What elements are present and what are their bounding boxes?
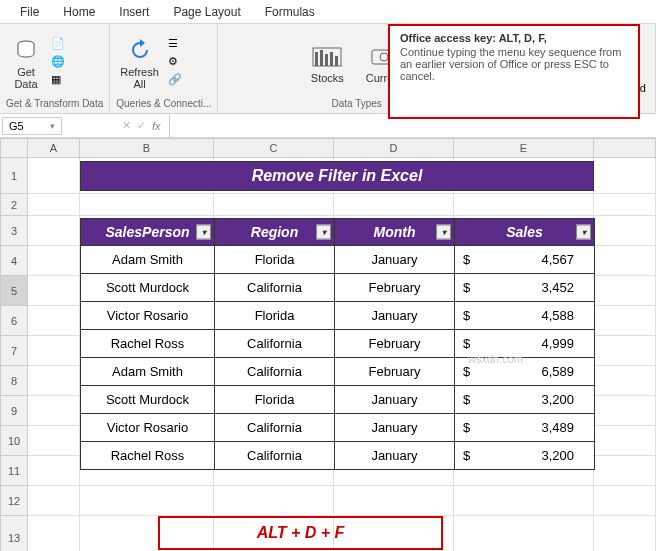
get-data-button[interactable]: Get Data <box>6 32 46 92</box>
table-cell[interactable]: $3,452 <box>455 274 595 302</box>
row-header[interactable]: 9 <box>0 396 28 426</box>
cell[interactable] <box>28 336 80 366</box>
row-header[interactable]: 3 <box>0 216 28 246</box>
row-header[interactable]: 8 <box>0 366 28 396</box>
cell[interactable] <box>28 276 80 306</box>
table-cell[interactable]: January <box>335 302 455 330</box>
name-box[interactable]: G5 ▾ <box>2 117 62 135</box>
from-web-button[interactable]: 🌐 <box>48 54 68 70</box>
cell[interactable] <box>594 306 656 336</box>
filter-button[interactable]: ▾ <box>316 225 331 240</box>
cell[interactable] <box>454 194 594 216</box>
table-cell[interactable]: February <box>335 330 455 358</box>
table-cell[interactable]: California <box>215 358 335 386</box>
filter-button[interactable]: ▾ <box>576 225 591 240</box>
cell[interactable] <box>594 158 656 194</box>
fx-icon[interactable]: fx <box>152 120 161 132</box>
table-cell[interactable]: Adam Smith <box>81 358 215 386</box>
cell[interactable] <box>594 426 656 456</box>
row-header[interactable]: 12 <box>0 486 28 516</box>
cancel-icon[interactable]: ✕ <box>122 119 131 132</box>
cell[interactable] <box>594 246 656 276</box>
cell[interactable] <box>594 336 656 366</box>
table-cell[interactable]: January <box>335 414 455 442</box>
cell[interactable] <box>28 306 80 336</box>
cell[interactable] <box>454 486 594 516</box>
row-header[interactable]: 2 <box>0 194 28 216</box>
row-header[interactable]: 6 <box>0 306 28 336</box>
row-header[interactable]: 4 <box>0 246 28 276</box>
col-header-a[interactable]: A <box>28 138 80 158</box>
confirm-icon[interactable]: ✓ <box>137 119 146 132</box>
cell[interactable] <box>28 426 80 456</box>
queries-button[interactable]: ☰ <box>165 36 185 52</box>
cell[interactable] <box>334 194 454 216</box>
cell[interactable] <box>28 456 80 486</box>
cell[interactable] <box>28 216 80 246</box>
row-header[interactable]: 7 <box>0 336 28 366</box>
table-cell[interactable]: California <box>215 274 335 302</box>
col-header-b[interactable]: B <box>80 138 214 158</box>
cell[interactable] <box>28 486 80 516</box>
row-header[interactable]: 1 <box>0 158 28 194</box>
tab-file[interactable]: File <box>8 1 51 23</box>
table-cell[interactable]: February <box>335 358 455 386</box>
tab-insert[interactable]: Insert <box>107 1 161 23</box>
cell[interactable] <box>594 456 656 486</box>
table-cell[interactable]: January <box>335 386 455 414</box>
table-cell[interactable]: $3,200 <box>455 386 595 414</box>
cell[interactable] <box>334 486 454 516</box>
cell[interactable] <box>594 216 656 246</box>
table-cell[interactable]: California <box>215 414 335 442</box>
cell[interactable] <box>594 194 656 216</box>
table-cell[interactable]: $3,489 <box>455 414 595 442</box>
table-cell[interactable]: Florida <box>215 302 335 330</box>
cell[interactable] <box>594 486 656 516</box>
table-cell[interactable]: $3,200 <box>455 442 595 470</box>
tab-home[interactable]: Home <box>51 1 107 23</box>
cell[interactable] <box>28 246 80 276</box>
table-cell[interactable]: Florida <box>215 386 335 414</box>
row-header[interactable]: 10 <box>0 426 28 456</box>
cell[interactable] <box>28 516 80 551</box>
table-cell[interactable]: February <box>335 274 455 302</box>
cell[interactable] <box>28 366 80 396</box>
table-cell[interactable]: $4,588 <box>455 302 595 330</box>
table-cell[interactable]: January <box>335 442 455 470</box>
col-header-c[interactable]: C <box>214 138 334 158</box>
row-header[interactable]: 5 <box>0 276 28 306</box>
filter-button[interactable]: ▾ <box>436 225 451 240</box>
cell[interactable] <box>80 486 214 516</box>
filter-button[interactable]: ▾ <box>196 225 211 240</box>
cell[interactable] <box>214 194 334 216</box>
col-header-d[interactable]: D <box>334 138 454 158</box>
col-header-extra[interactable] <box>594 138 656 158</box>
refresh-all-button[interactable]: Refresh All <box>116 32 163 92</box>
table-cell[interactable]: California <box>215 330 335 358</box>
table-cell[interactable]: Scott Murdock <box>81 386 215 414</box>
table-cell[interactable]: Victor Rosario <box>81 302 215 330</box>
cell[interactable] <box>28 396 80 426</box>
cell[interactable] <box>214 486 334 516</box>
cell[interactable] <box>594 516 656 551</box>
tab-page-layout[interactable]: Page Layout <box>161 1 252 23</box>
cell[interactable] <box>28 194 80 216</box>
table-cell[interactable]: $4,567 <box>455 246 595 274</box>
cell[interactable] <box>454 516 594 551</box>
cell[interactable] <box>80 194 214 216</box>
cell[interactable] <box>28 158 80 194</box>
cell[interactable] <box>594 396 656 426</box>
properties-button[interactable]: ⚙ <box>165 54 185 70</box>
table-cell[interactable]: Victor Rosario <box>81 414 215 442</box>
table-cell[interactable]: Florida <box>215 246 335 274</box>
col-header-e[interactable]: E <box>454 138 594 158</box>
cell[interactable] <box>594 276 656 306</box>
stocks-button[interactable]: Stocks <box>307 38 348 86</box>
row-header[interactable]: 11 <box>0 456 28 486</box>
table-cell[interactable]: Rachel Ross <box>81 330 215 358</box>
row-header[interactable]: 13 <box>0 516 28 551</box>
table-cell[interactable]: Rachel Ross <box>81 442 215 470</box>
from-text-button[interactable]: 📄 <box>48 36 68 52</box>
cell[interactable] <box>594 366 656 396</box>
editlinks-button[interactable]: 🔗 <box>165 72 185 88</box>
